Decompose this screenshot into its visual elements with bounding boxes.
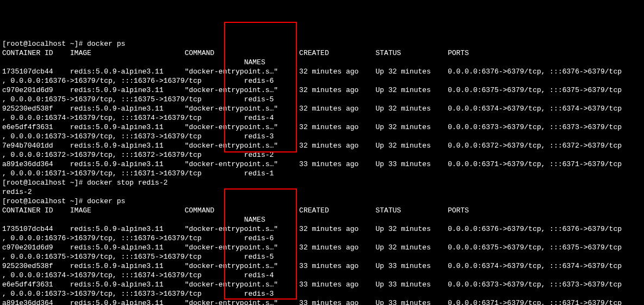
container-row: a891e36dd364 redis:5.0.9-alpine3.11 "doc… [2, 299, 622, 305]
ps-header: CONTAINER ID IMAGE COMMAND CREATED STATU… [2, 49, 469, 57]
stop-output: redis-2 [2, 188, 32, 196]
prompt: [root@localhost ~]# [2, 179, 87, 187]
ps-header: CONTAINER ID IMAGE COMMAND CREATED STATU… [2, 206, 469, 215]
container-row-cont: , 0.0.0.0:16374->16379/tcp, :::16374->16… [2, 114, 274, 122]
container-row-cont: , 0.0.0.0:16376->16379/tcp, :::16376->16… [2, 77, 274, 85]
container-row: a891e36dd364 redis:5.0.9-alpine3.11 "doc… [2, 160, 622, 168]
container-row: 7e94b70401dd redis:5.0.9-alpine3.11 "doc… [2, 142, 622, 150]
prompt: [root@localhost ~]# [2, 40, 87, 48]
container-row-cont: , 0.0.0.0:16372->16379/tcp, :::16372->16… [2, 151, 274, 159]
container-row: e6e5df4f3631 redis:5.0.9-alpine3.11 "doc… [2, 123, 622, 131]
container-row: 1735107dcb44 redis:5.0.9-alpine3.11 "doc… [2, 225, 622, 233]
container-row: 925230ed538f redis:5.0.9-alpine3.11 "doc… [2, 262, 622, 270]
container-row: c970e201d6d9 redis:5.0.9-alpine3.11 "doc… [2, 86, 622, 94]
command-docker-ps: docker ps [87, 40, 125, 48]
container-row-cont: , 0.0.0.0:16374->16379/tcp, :::16374->16… [2, 271, 274, 279]
ps-header-names: NAMES [2, 216, 265, 224]
container-row: 1735107dcb44 redis:5.0.9-alpine3.11 "doc… [2, 68, 622, 76]
container-row-cont: , 0.0.0.0:16373->16379/tcp, :::16373->16… [2, 132, 274, 141]
container-row-cont: , 0.0.0.0:16371->16379/tcp, :::16371->16… [2, 169, 274, 178]
command-docker-stop: docker stop redis-2 [87, 179, 168, 187]
container-row-cont: , 0.0.0.0:16376->16379/tcp, :::16376->16… [2, 234, 274, 242]
container-row: c970e201d6d9 redis:5.0.9-alpine3.11 "doc… [2, 243, 622, 252]
container-row-cont: , 0.0.0.0:16375->16379/tcp, :::16375->16… [2, 253, 274, 261]
prompt: [root@localhost ~]# [2, 197, 87, 205]
command-docker-ps: docker ps [87, 197, 125, 205]
terminal-output[interactable]: [root@localhost ~]# docker ps CONTAINER … [2, 39, 642, 305]
ps-header-names: NAMES [2, 58, 265, 66]
container-row-cont: , 0.0.0.0:16375->16379/tcp, :::16375->16… [2, 95, 274, 103]
container-row-cont: , 0.0.0.0:16373->16379/tcp, :::16373->16… [2, 290, 274, 298]
container-row: e6e5df4f3631 redis:5.0.9-alpine3.11 "doc… [2, 280, 622, 289]
container-row: 925230ed538f redis:5.0.9-alpine3.11 "doc… [2, 105, 622, 113]
